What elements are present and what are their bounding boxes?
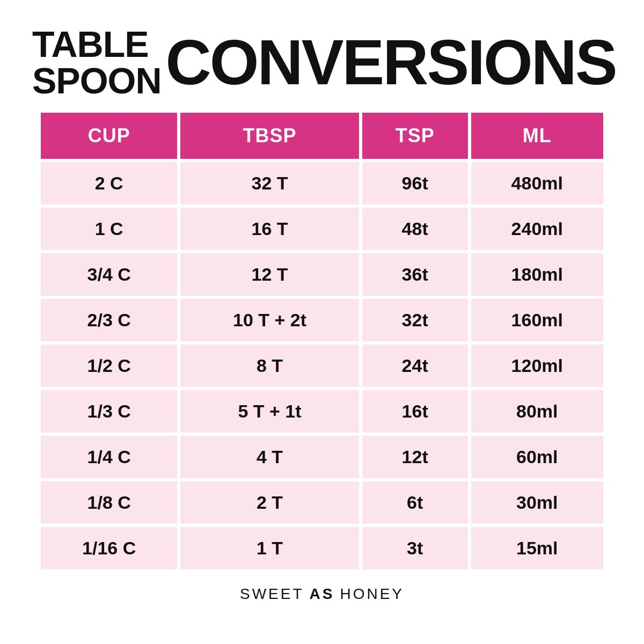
cell-8-1: 1 T (180, 527, 358, 569)
cell-4-2: 24t (362, 345, 468, 387)
footer-honey: HONEY (340, 586, 404, 603)
title-section: TABLE SPOON CONVERSIONS (0, 0, 644, 109)
cell-4-1: 8 T (180, 345, 358, 387)
cell-8-3: 15ml (471, 527, 603, 569)
cell-2-3: 180ml (471, 253, 603, 296)
cell-2-1: 12 T (180, 253, 358, 296)
cell-0-3: 480ml (471, 162, 603, 204)
header-col-1: TBSP (180, 113, 358, 159)
cell-5-1: 5 T + 1t (180, 390, 358, 433)
cell-8-0: 1/16 C (41, 527, 177, 569)
table-row: 1/3 C5 T + 1t16t80ml (41, 390, 603, 433)
header-col-3: ML (471, 113, 603, 159)
cell-3-0: 2/3 C (41, 299, 177, 341)
cell-7-3: 30ml (471, 481, 603, 524)
footer-as: AS (310, 586, 335, 603)
table-row: 2/3 C10 T + 2t32t160ml (41, 299, 603, 341)
cell-3-3: 160ml (471, 299, 603, 341)
cell-4-0: 1/2 C (41, 345, 177, 387)
cell-3-1: 10 T + 2t (180, 299, 358, 341)
cell-7-1: 2 T (180, 481, 358, 524)
table-row: 2 C32 T96t480ml (41, 162, 603, 204)
cell-1-3: 240ml (471, 208, 603, 250)
table-row: 1/4 C4 T12t60ml (41, 436, 603, 478)
title-table: TABLE (32, 26, 162, 62)
cell-1-2: 48t (362, 208, 468, 250)
cell-6-1: 4 T (180, 436, 358, 478)
cell-0-0: 2 C (41, 162, 177, 204)
title-left: TABLE SPOON (32, 26, 162, 99)
cell-2-2: 36t (362, 253, 468, 296)
table-body: 2 C32 T96t480ml1 C16 T48t240ml3/4 C12 T3… (41, 162, 603, 569)
cell-6-3: 60ml (471, 436, 603, 478)
table-row: 1/2 C8 T24t120ml (41, 345, 603, 387)
table-row: 1/16 C1 T3t15ml (41, 527, 603, 569)
cell-3-2: 32t (362, 299, 468, 341)
table-row: 1 C16 T48t240ml (41, 208, 603, 250)
table-header: CUPTBSPTSPML (41, 113, 603, 159)
cell-5-3: 80ml (471, 390, 603, 433)
cell-6-2: 12t (362, 436, 468, 478)
conversion-table-container: CUPTBSPTSPML 2 C32 T96t480ml1 C16 T48t24… (38, 109, 606, 573)
footer-sweet: SWEET (240, 586, 304, 603)
title-conversions: CONVERSIONS (166, 31, 616, 94)
cell-2-0: 3/4 C (41, 253, 177, 296)
cell-6-0: 1/4 C (41, 436, 177, 478)
table-row: 1/8 C2 T6t30ml (41, 481, 603, 524)
header-row: CUPTBSPTSPML (41, 113, 603, 159)
cell-0-1: 32 T (180, 162, 358, 204)
cell-1-1: 16 T (180, 208, 358, 250)
cell-7-2: 6t (362, 481, 468, 524)
table-row: 3/4 C12 T36t180ml (41, 253, 603, 296)
title-spoon: SPOON (32, 62, 162, 99)
header-col-2: TSP (362, 113, 468, 159)
cell-5-2: 16t (362, 390, 468, 433)
cell-4-3: 120ml (471, 345, 603, 387)
cell-8-2: 3t (362, 527, 468, 569)
cell-5-0: 1/3 C (41, 390, 177, 433)
cell-7-0: 1/8 C (41, 481, 177, 524)
cell-0-2: 96t (362, 162, 468, 204)
header-col-0: CUP (41, 113, 177, 159)
cell-1-0: 1 C (41, 208, 177, 250)
footer: SWEET AS HONEY (240, 586, 404, 603)
conversion-table: CUPTBSPTSPML 2 C32 T96t480ml1 C16 T48t24… (38, 109, 606, 573)
